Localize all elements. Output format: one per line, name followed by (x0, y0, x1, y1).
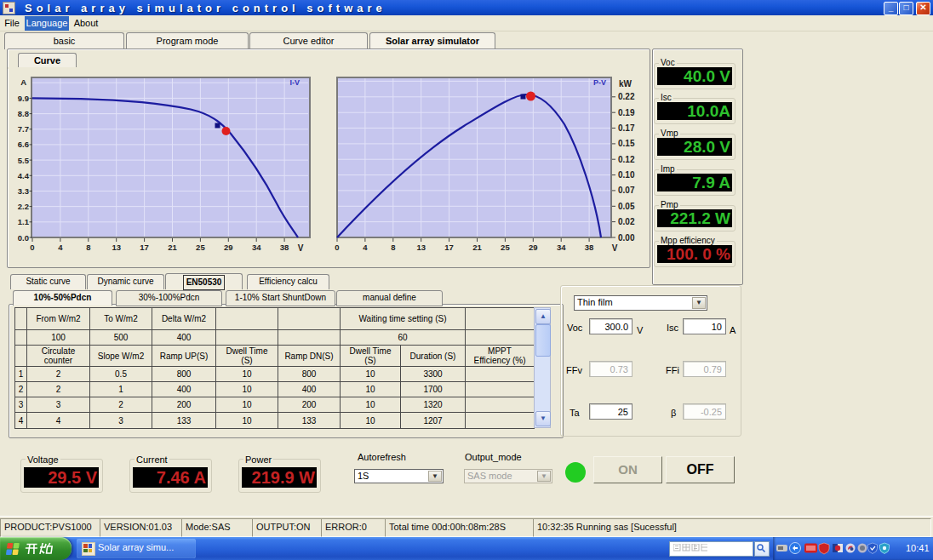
svg-text:21: 21 (168, 243, 177, 252)
svg-text:0.12: 0.12 (618, 155, 635, 164)
svg-text:0.02: 0.02 (618, 217, 635, 226)
svg-text:V: V (298, 243, 304, 253)
svg-text:8: 8 (86, 243, 90, 252)
svg-text:0.17: 0.17 (618, 123, 635, 133)
svg-text:2.2: 2.2 (18, 202, 29, 211)
svg-text:3.3: 3.3 (18, 186, 29, 196)
svg-text:0.00: 0.00 (618, 233, 635, 243)
svg-text:0.10: 0.10 (618, 170, 635, 180)
svg-text:13: 13 (112, 243, 121, 252)
svg-text:38: 38 (585, 243, 594, 252)
svg-text:17: 17 (444, 243, 454, 252)
svg-text:34: 34 (557, 243, 566, 252)
svg-text:21: 21 (472, 243, 482, 252)
svg-text:0.19: 0.19 (618, 108, 635, 117)
svg-text:13: 13 (416, 243, 426, 252)
svg-text:34: 34 (252, 243, 261, 252)
svg-text:kW: kW (619, 79, 632, 89)
svg-text:8: 8 (391, 243, 395, 252)
svg-text:0.22: 0.22 (618, 92, 635, 101)
svg-text:8.8: 8.8 (18, 109, 29, 118)
svg-text:4.4: 4.4 (18, 171, 30, 180)
svg-text:V: V (612, 243, 618, 253)
svg-text:0.15: 0.15 (618, 139, 635, 148)
svg-text:5.5: 5.5 (18, 156, 30, 165)
svg-text:25: 25 (501, 243, 510, 252)
svg-text:0: 0 (30, 243, 34, 252)
svg-text:4: 4 (363, 243, 368, 252)
svg-text:17: 17 (140, 243, 149, 252)
svg-text:4: 4 (58, 243, 63, 252)
svg-text:29: 29 (224, 243, 233, 252)
svg-text:0.0: 0.0 (18, 233, 29, 243)
svg-text:25: 25 (196, 243, 205, 252)
svg-text:29: 29 (529, 243, 538, 252)
svg-text:1.1: 1.1 (18, 217, 30, 226)
svg-text:0: 0 (335, 243, 339, 252)
svg-text:6.6: 6.6 (18, 140, 29, 149)
svg-text:0.07: 0.07 (618, 186, 635, 195)
svg-text:I-V: I-V (289, 78, 300, 87)
svg-text:9.9: 9.9 (18, 94, 29, 103)
svg-text:A: A (20, 77, 26, 87)
svg-text:7.7: 7.7 (18, 124, 29, 134)
svg-text:38: 38 (280, 243, 289, 252)
svg-text:0.05: 0.05 (618, 202, 635, 211)
svg-text:P-V: P-V (593, 78, 606, 87)
